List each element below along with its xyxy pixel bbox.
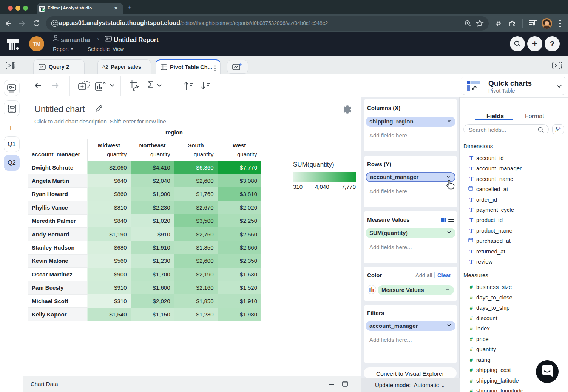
svg-text:*: *: [42, 65, 44, 69]
